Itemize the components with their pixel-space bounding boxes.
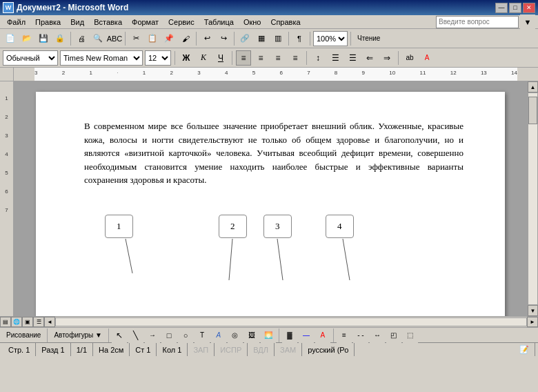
bullet-list-button[interactable]: ☰ xyxy=(345,50,360,66)
draw-menu-button[interactable]: Рисование xyxy=(3,329,44,342)
spell-check-button[interactable]: ABC xyxy=(107,31,122,46)
reading-mode-button[interactable]: Чтение xyxy=(354,31,383,46)
font-select[interactable]: Times New Roman xyxy=(60,50,143,66)
line-spacing-button[interactable]: ↕ xyxy=(310,50,326,66)
show-hide-button[interactable]: ¶ xyxy=(292,31,307,46)
minimize-button[interactable]: — xyxy=(495,3,508,13)
draw-sep-1 xyxy=(47,329,48,342)
oval-button[interactable]: ○ xyxy=(178,328,193,343)
callout-1-box: 1 xyxy=(105,215,133,238)
menu-insert[interactable]: Вставка xyxy=(90,17,126,27)
arrow-style-button[interactable]: ↔ xyxy=(370,328,385,343)
wordart-button[interactable]: A xyxy=(211,328,226,343)
callout-2-group: 2 xyxy=(219,215,247,238)
align-center-button[interactable]: ≡ xyxy=(253,50,268,66)
arrow-button[interactable]: → xyxy=(145,328,160,343)
paste-button[interactable]: 📌 xyxy=(161,31,177,46)
app-icon: W xyxy=(3,2,14,13)
zoom-select[interactable]: 100% xyxy=(313,31,348,46)
status-page: Стр. 1 xyxy=(3,343,36,356)
help-search-input[interactable] xyxy=(436,16,519,28)
new-button[interactable]: 📄 xyxy=(3,31,18,46)
menu-tools[interactable]: Сервис xyxy=(164,17,199,27)
hyperlink-button[interactable]: 🔗 xyxy=(237,31,252,46)
view-buttons: ▤ 🌐 ▣ ☰ xyxy=(0,317,44,327)
dash-style-button[interactable]: - - xyxy=(353,328,368,343)
menu-edit[interactable]: Правка xyxy=(31,17,65,27)
3d-button[interactable]: ⬚ xyxy=(403,328,418,343)
menu-window[interactable]: Окно xyxy=(239,17,266,27)
fill-color-button[interactable]: ▓ xyxy=(282,328,297,343)
tables-button[interactable]: ▦ xyxy=(254,31,269,46)
horizontal-scroll-track[interactable] xyxy=(55,317,527,326)
svg-line-2 xyxy=(277,239,283,280)
clipart-button[interactable]: 🖼 xyxy=(244,328,259,343)
rectangle-button[interactable]: □ xyxy=(161,328,177,343)
horizontal-scrollbar-row: ▤ 🌐 ▣ ☰ ◄ ► xyxy=(0,316,538,327)
scroll-up-button[interactable]: ▲ xyxy=(528,81,538,92)
line-color-button[interactable]: — xyxy=(299,328,314,343)
style-select[interactable]: Обычный xyxy=(3,50,58,66)
callout-1-group: 1 xyxy=(105,215,133,238)
close-button[interactable]: ✕ xyxy=(523,3,535,13)
print-button[interactable]: 🖨 xyxy=(74,31,89,46)
align-justify-button[interactable]: ≡ xyxy=(288,50,303,66)
drawing-toolbar: Рисование Автофигуры ▼ ↖ ╲ → □ ○ T A ◎ 🖼… xyxy=(0,327,538,342)
scroll-track[interactable] xyxy=(528,92,538,305)
print-preview-button[interactable]: 🔍 xyxy=(90,31,106,46)
font-color-button[interactable]: A xyxy=(419,50,435,66)
maximize-button[interactable]: □ xyxy=(509,3,521,13)
copy-button[interactable]: 📋 xyxy=(145,31,160,46)
status-spelling-icon: 📝 xyxy=(514,343,535,356)
picture-button[interactable]: 🌅 xyxy=(261,328,276,343)
line-style-button[interactable]: ≡ xyxy=(337,328,352,343)
save-button[interactable]: 💾 xyxy=(36,31,51,46)
web-view-button[interactable]: 🌐 xyxy=(11,317,22,327)
align-right-button[interactable]: ≡ xyxy=(270,50,286,66)
callout-2-box: 2 xyxy=(219,215,247,238)
redo-button[interactable]: ↪ xyxy=(216,31,231,46)
scroll-thumb[interactable] xyxy=(528,97,537,124)
indent-increase-button[interactable]: ⇒ xyxy=(379,50,395,66)
ruler-gray-left xyxy=(14,68,34,81)
status-section: Разд 1 xyxy=(36,343,70,356)
font-size-select[interactable]: 12 xyxy=(145,50,171,66)
toolbar-sep-4 xyxy=(234,32,235,46)
textbox-button[interactable]: T xyxy=(195,328,210,343)
menu-view[interactable]: Вид xyxy=(66,17,88,27)
scroll-left-button[interactable]: ◄ xyxy=(44,317,55,327)
diagram-button[interactable]: ◎ xyxy=(228,328,243,343)
numbered-list-button[interactable]: ☰ xyxy=(328,50,343,66)
outline-view-button[interactable]: ☰ xyxy=(33,317,44,327)
format-painter-button[interactable]: 🖌 xyxy=(178,31,193,46)
horizontal-ruler: 3 2 1 · 1 2 3 4 5 6 7 8 9 10 11 12 13 14 xyxy=(14,68,538,81)
cut-button[interactable]: ✂ xyxy=(128,31,143,46)
permissions-button[interactable]: 🔒 xyxy=(52,31,68,46)
print-view-button[interactable]: ▣ xyxy=(22,317,33,327)
indent-decrease-button[interactable]: ⇐ xyxy=(362,50,377,66)
autoshapes-button[interactable]: Автофигуры ▼ xyxy=(50,329,106,342)
shadow-button[interactable]: ◰ xyxy=(386,328,401,343)
bold-button[interactable]: Ж xyxy=(179,50,194,66)
align-left-button[interactable]: ≡ xyxy=(236,50,251,66)
toolbar-sep-5 xyxy=(288,32,289,46)
status-page-of: 1/1 xyxy=(71,343,93,356)
open-button[interactable]: 📂 xyxy=(19,31,34,46)
menu-help[interactable]: Справка xyxy=(266,17,304,27)
scroll-down-button[interactable]: ▼ xyxy=(528,305,538,316)
font-color-draw-button[interactable]: A xyxy=(315,328,330,343)
columns-button[interactable]: ▥ xyxy=(270,31,286,46)
cursor-button[interactable]: ↖ xyxy=(112,328,127,343)
italic-button[interactable]: К xyxy=(196,50,211,66)
normal-view-button[interactable]: ▤ xyxy=(0,317,11,327)
line-button[interactable]: ╲ xyxy=(128,328,143,343)
undo-button[interactable]: ↩ xyxy=(199,31,215,46)
underline-button[interactable]: Ч xyxy=(213,50,228,66)
menu-format[interactable]: Формат xyxy=(128,17,163,27)
menu-table[interactable]: Таблица xyxy=(200,17,238,27)
highlight-button[interactable]: ab xyxy=(402,50,417,66)
toolbar-sep-3 xyxy=(196,32,197,46)
scroll-right-button[interactable]: ► xyxy=(527,317,538,327)
search-help-button[interactable]: ▼ xyxy=(520,14,535,30)
menu-file[interactable]: Файл xyxy=(3,17,30,27)
